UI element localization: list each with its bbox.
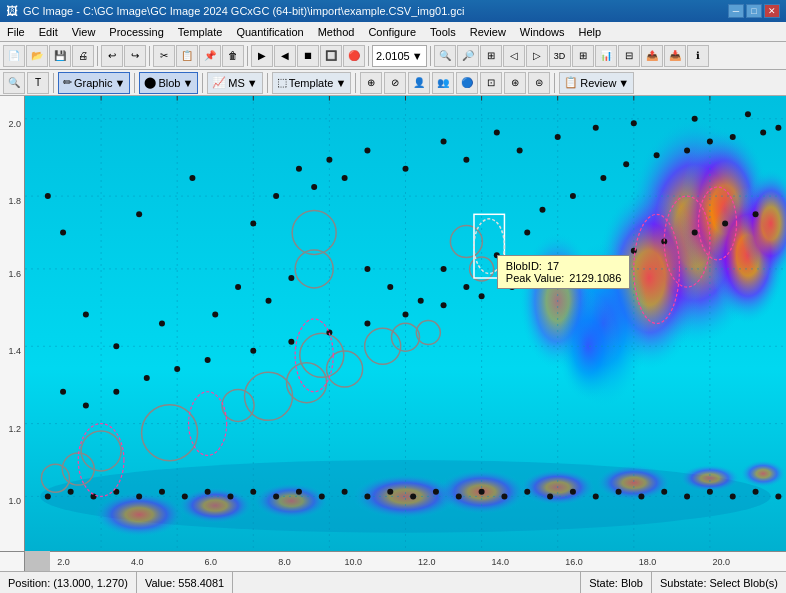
tb-btn-a[interactable]: ▶ — [251, 45, 273, 67]
svg-point-100 — [205, 357, 211, 363]
menu-file[interactable]: File — [0, 22, 32, 41]
menu-view[interactable]: View — [65, 22, 103, 41]
axis-corner — [0, 551, 25, 571]
cut-button[interactable]: ✂ — [153, 45, 175, 67]
review-group[interactable]: 📋 Review ▼ — [559, 72, 634, 94]
svg-point-67 — [692, 116, 698, 122]
paste-button[interactable]: 📌 — [199, 45, 221, 67]
tb-table[interactable]: ⊟ — [618, 45, 640, 67]
svg-point-53 — [273, 193, 279, 199]
svg-point-121 — [136, 493, 142, 499]
svg-point-130 — [342, 489, 348, 495]
menu-quantification[interactable]: Quantification — [229, 22, 310, 41]
menu-configure[interactable]: Configure — [361, 22, 423, 41]
tb-export[interactable]: 📤 — [641, 45, 663, 67]
delete-button[interactable]: 🗑 — [222, 45, 244, 67]
menu-windows[interactable]: Windows — [513, 22, 572, 41]
graphic-label: Graphic — [74, 77, 113, 89]
redo-button[interactable]: ↪ — [124, 45, 146, 67]
zoom-dropdown[interactable]: 2.0105 ▼ — [372, 45, 427, 67]
svg-point-122 — [159, 489, 165, 495]
tb-grid[interactable]: ⊞ — [572, 45, 594, 67]
search-button[interactable]: 🔍 — [3, 72, 25, 94]
svg-point-104 — [364, 321, 370, 327]
minimize-button[interactable]: ─ — [728, 4, 744, 18]
maximize-button[interactable]: □ — [746, 4, 762, 18]
svg-point-96 — [83, 402, 89, 408]
ms-group[interactable]: 📈 MS ▼ — [207, 72, 262, 94]
svg-point-128 — [296, 489, 302, 495]
tb-prev[interactable]: ◁ — [503, 45, 525, 67]
state-value: Blob — [621, 577, 643, 589]
open-button[interactable]: 📂 — [26, 45, 48, 67]
svg-point-88 — [623, 161, 629, 167]
graphic-arrow: ▼ — [115, 77, 126, 89]
svg-point-51 — [189, 175, 195, 181]
svg-point-92 — [730, 134, 736, 140]
menu-tools[interactable]: Tools — [423, 22, 463, 41]
tb2-btn3[interactable]: 👤 — [408, 72, 430, 94]
value-segment: Value: 558.4081 — [137, 572, 233, 593]
menu-processing[interactable]: Processing — [102, 22, 170, 41]
tb-next[interactable]: ▷ — [526, 45, 548, 67]
tb-chart[interactable]: 📊 — [595, 45, 617, 67]
xaxis-20: 20.0 — [712, 557, 730, 567]
svg-point-18 — [740, 460, 786, 487]
position-segment: Position: (13.000, 1.270) — [0, 572, 137, 593]
text-tool-button[interactable]: T — [27, 72, 49, 94]
tb-btn-b[interactable]: ◀ — [274, 45, 296, 67]
tb-fit[interactable]: ⊞ — [480, 45, 502, 67]
tb-btn-c[interactable]: ⏹ — [297, 45, 319, 67]
svg-point-71 — [83, 311, 89, 317]
save-button[interactable]: 💾 — [49, 45, 71, 67]
menu-template[interactable]: Template — [171, 22, 230, 41]
print-button[interactable]: 🖨 — [72, 45, 94, 67]
svg-point-50 — [136, 211, 142, 217]
svg-point-131 — [364, 493, 370, 499]
tb-import[interactable]: 📥 — [664, 45, 686, 67]
tb-zoom-in[interactable]: 🔍 — [434, 45, 456, 67]
tb-zoom-out[interactable]: 🔎 — [457, 45, 479, 67]
new-button[interactable]: 📄 — [3, 45, 25, 67]
tb-info[interactable]: ℹ — [687, 45, 709, 67]
tb2-btn4[interactable]: 👥 — [432, 72, 454, 94]
svg-point-141 — [593, 493, 599, 499]
svg-point-79 — [387, 284, 393, 290]
svg-point-76 — [266, 298, 272, 304]
svg-point-146 — [707, 489, 713, 495]
svg-point-138 — [524, 489, 530, 495]
plot-container[interactable]: BlobID: 17 Peak Value: 2129.1086 — [25, 96, 786, 551]
blob-group[interactable]: ⬤ Blob ▼ — [139, 72, 198, 94]
template-group[interactable]: ⬚ Template ▼ — [272, 72, 352, 94]
svg-point-70 — [60, 230, 66, 236]
close-button[interactable]: ✕ — [764, 4, 780, 18]
graphic-group[interactable]: ✏ Graphic ▼ — [58, 72, 130, 94]
tb-btn-e[interactable]: 🔴 — [343, 45, 365, 67]
copy-button[interactable]: 📋 — [176, 45, 198, 67]
menu-review[interactable]: Review — [463, 22, 513, 41]
menu-method[interactable]: Method — [311, 22, 362, 41]
value-value: 558.4081 — [178, 577, 224, 589]
titlebar: 🖼 GC Image - C:\GC Image\GC Image 2024 G… — [0, 0, 786, 22]
yaxis-label-14: 1.4 — [8, 346, 21, 356]
tb2-btn5[interactable]: 🔵 — [456, 72, 478, 94]
menu-help[interactable]: Help — [571, 22, 608, 41]
sep3 — [247, 46, 248, 66]
menu-edit[interactable]: Edit — [32, 22, 65, 41]
svg-point-90 — [684, 148, 690, 154]
sep-t2 — [134, 73, 135, 93]
yaxis-label-12: 1.2 — [8, 424, 21, 434]
svg-point-144 — [661, 489, 667, 495]
substate-label: Substate: — [660, 577, 706, 589]
tb2-btn7[interactable]: ⊛ — [504, 72, 526, 94]
tb-3d[interactable]: 3D — [549, 45, 571, 67]
xaxis-8: 8.0 — [278, 557, 291, 567]
tb2-btn8[interactable]: ⊜ — [528, 72, 550, 94]
tb2-btn6[interactable]: ⊡ — [480, 72, 502, 94]
tb2-btn1[interactable]: ⊕ — [360, 72, 382, 94]
tb2-btn2[interactable]: ⊘ — [384, 72, 406, 94]
svg-point-129 — [319, 493, 325, 499]
undo-button[interactable]: ↩ — [101, 45, 123, 67]
svg-point-132 — [387, 489, 393, 495]
tb-btn-d[interactable]: 🔲 — [320, 45, 342, 67]
